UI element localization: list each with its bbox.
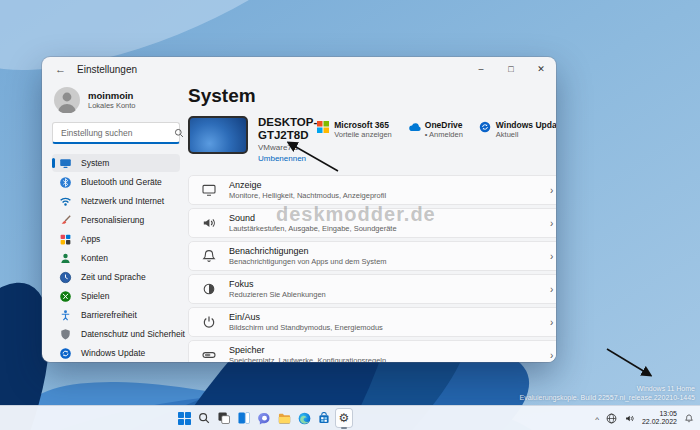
network-icon[interactable] [606, 413, 617, 424]
sidebar-item-network[interactable]: Netzwerk und Internet [52, 192, 180, 210]
minimize-button[interactable]: – [466, 57, 496, 81]
sidebar-item-label: Windows Update [81, 348, 145, 358]
sidebar-item-label: Apps [81, 234, 100, 244]
status-onedrive[interactable]: OneDrive • Anmelden [408, 120, 463, 140]
sidebar-item-label: Netzwerk und Internet [81, 196, 164, 206]
sidebar-item-label: Spielen [81, 291, 109, 301]
display-icon [59, 157, 72, 170]
settings-main-pane: System DESKTOP-GTJ2T8D VMware7.1 Umbenen… [188, 81, 556, 362]
list-item-title: Anzeige [229, 180, 386, 191]
list-item-title: Ein/Aus [229, 312, 383, 323]
list-item-sound[interactable]: Sound Lautstärkestufen, Ausgabe, Eingabe… [188, 208, 556, 238]
list-item-display[interactable]: Anzeige Monitore, Helligkeit, Nachtmodus… [188, 175, 556, 205]
list-item-desc: Bildschirm und Standbymodus, Energiemodu… [229, 323, 383, 333]
sidebar-item-accounts[interactable]: Konten [52, 249, 180, 267]
volume-icon[interactable] [624, 413, 635, 424]
chat-button[interactable] [256, 409, 272, 427]
wifi-icon [59, 195, 72, 208]
chevron-right-icon: › [550, 185, 553, 196]
list-item-storage[interactable]: Speicher Speicherplatz, Laufwerke, Konfi… [188, 340, 556, 362]
sidebar-item-apps[interactable]: Apps [52, 230, 180, 248]
status-windows-update[interactable]: Windows Update Aktuell [479, 120, 556, 140]
gear-icon: ⚙ [339, 412, 350, 424]
chat-bubble-icon [258, 412, 271, 425]
chevron-right-icon: › [550, 350, 553, 361]
status-sub: Aktuell [496, 130, 556, 140]
list-item-desc: Reduzieren Sie Ablenkungen [229, 290, 326, 300]
device-model: VMware7.1 [258, 142, 317, 153]
window-controls: – □ ✕ [466, 57, 556, 81]
settings-window: ← Einstellungen – □ ✕ moinmoin Lokal [42, 57, 556, 362]
list-item-power[interactable]: Ein/Aus Bildschirm und Standbymodus, Ene… [188, 307, 556, 337]
status-microsoft-365[interactable]: Microsoft 365 Vorteile anzeigen [317, 120, 392, 140]
folder-icon [278, 412, 291, 425]
clock-time: 13:05 [642, 410, 677, 418]
display-icon [201, 182, 217, 198]
sidebar-item-windows-update[interactable]: Windows Update [52, 344, 180, 362]
task-view-icon [218, 412, 230, 424]
edge-icon [298, 412, 311, 425]
sidebar-item-label: System [81, 158, 109, 168]
list-item-focus[interactable]: Fokus Reduzieren Sie Ablenkungen › [188, 274, 556, 304]
settings-search[interactable] [52, 122, 180, 144]
storage-icon [201, 347, 217, 362]
account-type: Lokales Konto [88, 101, 136, 110]
rename-link[interactable]: Umbenennen [258, 153, 317, 164]
sidebar-item-label: Zeit und Sprache [81, 272, 146, 282]
store-button[interactable] [316, 409, 332, 427]
account-header[interactable]: moinmoin Lokales Konto [52, 83, 180, 122]
brush-icon [59, 214, 72, 227]
sidebar-item-personalization[interactable]: Personalisierung [52, 211, 180, 229]
sidebar-item-bluetooth[interactable]: Bluetooth und Geräte [52, 173, 180, 191]
sidebar-item-system[interactable]: System [52, 154, 180, 172]
sidebar-item-gaming[interactable]: Spielen [52, 287, 180, 305]
store-bag-icon [318, 412, 330, 424]
speaker-icon [201, 215, 217, 231]
titlebar: ← Einstellungen – □ ✕ [42, 57, 556, 81]
sidebar-item-label: Konten [81, 253, 108, 263]
taskbar-clock[interactable]: 13:05 22.02.2022 [642, 410, 677, 426]
sidebar-item-time-language[interactable]: Zeit und Sprache [52, 268, 180, 286]
device-name: DESKTOP-GTJ2T8D [258, 116, 317, 142]
edge-button[interactable] [296, 409, 312, 427]
list-item-title: Speicher [229, 345, 386, 356]
notification-bell-icon[interactable] [684, 413, 694, 424]
clock-globe-icon [59, 271, 72, 284]
back-arrow-icon[interactable]: ← [55, 63, 66, 75]
list-item-title: Benachrichtigungen [229, 246, 387, 257]
start-button[interactable] [176, 409, 192, 427]
close-button[interactable]: ✕ [526, 57, 556, 81]
sidebar: moinmoin Lokales Konto [42, 81, 188, 362]
search-taskbar-button[interactable] [196, 409, 212, 427]
settings-taskbar-button[interactable]: ⚙ [336, 409, 352, 427]
list-item-desc: Benachrichtigungen von Apps und dem Syst… [229, 257, 387, 267]
onedrive-cloud-icon [408, 121, 420, 133]
sidebar-item-label: Datenschutz und Sicherheit [81, 329, 185, 339]
status-label: Windows Update [496, 120, 556, 130]
bluetooth-icon [59, 176, 72, 189]
list-item-notifications[interactable]: Benachrichtigungen Benachrichtigungen vo… [188, 241, 556, 271]
account-name: moinmoin [88, 90, 136, 101]
apps-grid-icon [59, 233, 72, 246]
chevron-right-icon: › [550, 218, 553, 229]
microsoft-logo [317, 121, 329, 133]
system-tray: ^ 13:05 22.02.2022 [595, 406, 694, 430]
taskbar: ⚙ ^ 13:05 22.02.2022 [0, 405, 700, 430]
list-item-desc: Monitore, Helligkeit, Nachtmodus, Anzeig… [229, 191, 386, 201]
tray-chevron-icon[interactable]: ^ [595, 415, 599, 424]
xbox-icon [59, 290, 72, 303]
os-build: Evaluierungskopie. Build 22557.ni_releas… [519, 393, 695, 402]
search-input[interactable] [59, 127, 174, 139]
sidebar-item-label: Bluetooth und Geräte [81, 177, 162, 187]
window-title: Einstellungen [77, 64, 137, 75]
settings-list: Anzeige Monitore, Helligkeit, Nachtmodus… [188, 175, 556, 362]
task-view-button[interactable] [216, 409, 232, 427]
file-explorer-button[interactable] [276, 409, 292, 427]
device-thumbnail [188, 116, 248, 154]
power-icon [201, 314, 217, 330]
sidebar-item-accessibility[interactable]: Barrierefreiheit [52, 306, 180, 324]
sidebar-item-privacy[interactable]: Datenschutz und Sicherheit [52, 325, 180, 343]
accessibility-icon [59, 309, 72, 322]
widgets-button[interactable] [236, 409, 252, 427]
maximize-button[interactable]: □ [496, 57, 526, 81]
